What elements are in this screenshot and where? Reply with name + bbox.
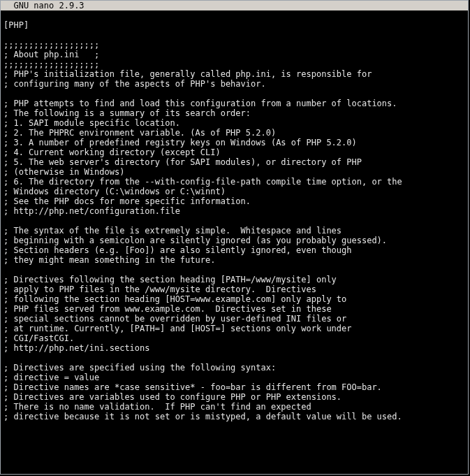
- editor-line: ; apply to PHP files in the /www/mysite …: [3, 284, 465, 294]
- editor-line: ; PHP's initialization file, generally c…: [3, 69, 465, 79]
- editor-line: [3, 216, 465, 226]
- editor-line: ;;;;;;;;;;;;;;;;;;;: [3, 59, 465, 69]
- editor-line: ; 2. The PHPRC environment variable. (As…: [3, 128, 465, 138]
- editor-content[interactable]: [PHP] ;;;;;;;;;;;;;;;;;;;; About php.ini…: [1, 10, 468, 431]
- editor-line: ; Section headers (e.g. [Foo]) are also …: [3, 245, 465, 255]
- editor-line: ; http://php.net/ini.sections: [3, 343, 465, 353]
- editor-line: ; About php.ini ;: [3, 50, 465, 59]
- editor-line: [3, 353, 465, 363]
- editor-line: [3, 10, 465, 20]
- editor-line: ; Directives are specified using the fol…: [3, 363, 465, 373]
- editor-line: [PHP]: [3, 20, 465, 30]
- editor-line: ; Windows directory (C:\windows or C:\wi…: [3, 187, 465, 196]
- editor-line: ; configuring many of the aspects of PHP…: [3, 79, 465, 89]
- editor-line: ; The following is a summary of its sear…: [3, 108, 465, 118]
- editor-line: ; Directives are variables used to confi…: [3, 392, 465, 402]
- editor-line: ; 6. The directory from the --with-confi…: [3, 177, 465, 187]
- editor-line: ; 1. SAPI module specific location.: [3, 118, 465, 128]
- editor-line: [3, 89, 465, 99]
- editor-line: ; 3. A number of predefined registry key…: [3, 138, 465, 147]
- editor-line: ; following the section heading [HOST=ww…: [3, 294, 465, 304]
- editor-line: ; The syntax of the file is extremely si…: [3, 226, 465, 236]
- editor-line: ; PHP attempts to find and load this con…: [3, 99, 465, 108]
- editor-line: [3, 30, 465, 40]
- editor-titlebar: GNU nano 2.9.3: [1, 1, 468, 10]
- editor-line: ; at runtime. Currently, [PATH=] and [HO…: [3, 324, 465, 333]
- editor-line: ; There is no name validation. If PHP ca…: [3, 402, 465, 412]
- editor-line: ; directive because it is not set or is …: [3, 412, 465, 421]
- editor-line: [3, 265, 465, 275]
- editor-line: ; PHP files served from www.example.com.…: [3, 304, 465, 314]
- editor-line: ; 4. Current working directory (except C…: [3, 147, 465, 157]
- editor-line: ; (otherwise in Windows): [3, 167, 465, 177]
- editor-line: ;;;;;;;;;;;;;;;;;;;: [3, 40, 465, 50]
- editor-line: ; directive = value: [3, 373, 465, 382]
- editor-line: ; they might mean something in the futur…: [3, 255, 465, 265]
- editor-line: ; http://php.net/configuration.file: [3, 206, 465, 216]
- editor-line: ; special sections cannot be overridden …: [3, 314, 465, 324]
- editor-line: ; 5. The web server's directory (for SAP…: [3, 157, 465, 167]
- editor-line: [3, 421, 465, 431]
- editor-line: ; CGI/FastCGI.: [3, 333, 465, 343]
- editor-line: ; Directive names are *case sensitive* -…: [3, 382, 465, 392]
- editor-line: ; Directives following the section headi…: [3, 275, 465, 284]
- terminal-window: GNU nano 2.9.3 [PHP] ;;;;;;;;;;;;;;;;;;;…: [0, 0, 469, 475]
- editor-line: ; beginning with a semicolon are silentl…: [3, 236, 465, 245]
- editor-line: ; See the PHP docs for more specific inf…: [3, 196, 465, 206]
